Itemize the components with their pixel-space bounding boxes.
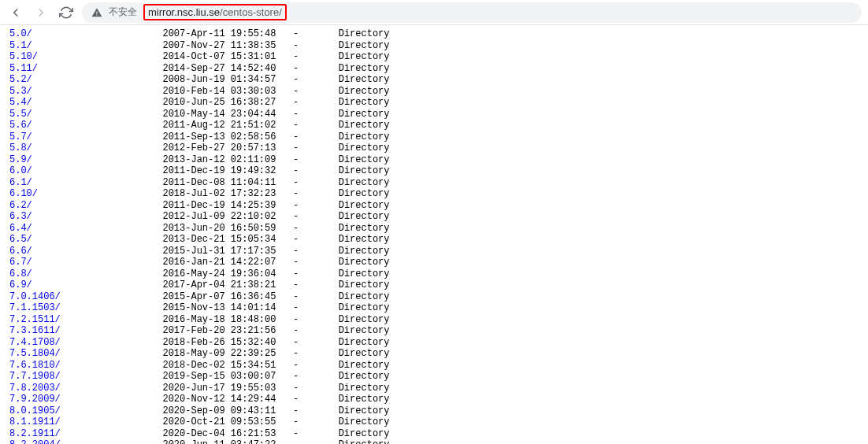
- directory-link[interactable]: 8.0.1905/: [9, 405, 61, 416]
- security-label: 不安全: [109, 6, 137, 19]
- table-row: 7.9.2009/ 2020-Nov-12 14:29:44 - Directo…: [9, 394, 859, 405]
- table-row: 7.5.1804/ 2018-May-09 22:39:25 - Directo…: [9, 348, 859, 360]
- directory-link[interactable]: 6.9/: [9, 279, 32, 290]
- table-row: 6.7/ 2016-Jan-21 14:22:07 - Directory: [9, 257, 859, 268]
- url-path: /centos-store/: [220, 6, 282, 18]
- url-domain: mirror.nsc.liu.se: [148, 6, 220, 18]
- directory-link[interactable]: 5.7/: [9, 131, 32, 142]
- directory-link[interactable]: 6.7/: [9, 257, 32, 268]
- directory-link[interactable]: 5.9/: [9, 154, 32, 165]
- table-row: 8.0.1905/ 2020-Sep-09 09:43:11 - Directo…: [9, 405, 859, 417]
- directory-link[interactable]: 5.5/: [9, 109, 32, 120]
- table-row: 7.6.1810/ 2018-Dec-02 15:34:51 - Directo…: [9, 360, 859, 372]
- directory-link[interactable]: 5.2/: [9, 74, 32, 85]
- table-row: 7.7.1908/ 2019-Sep-15 03:00:07 - Directo…: [9, 371, 859, 383]
- directory-link[interactable]: 5.4/: [9, 97, 32, 108]
- directory-link[interactable]: 6.8/: [9, 268, 32, 279]
- table-row: 5.3/ 2010-Feb-14 03:30:03 - Directory: [9, 86, 859, 98]
- table-row: 6.3/ 2012-Jul-09 22:10:02 - Directory: [9, 211, 859, 223]
- url-bar[interactable]: 不安全 mirror.nsc.liu.se/centos-store/: [82, 2, 862, 23]
- table-row: 6.8/ 2016-May-24 19:36:04 - Directory: [9, 268, 859, 280]
- browser-toolbar: 不安全 mirror.nsc.liu.se/centos-store/: [0, 0, 868, 25]
- table-row: 6.4/ 2013-Jun-20 16:50:59 - Directory: [9, 223, 859, 235]
- directory-link[interactable]: 8.2.1911/: [9, 428, 61, 439]
- directory-link[interactable]: 5.1/: [9, 40, 32, 51]
- directory-link[interactable]: 7.1.1503/: [9, 302, 61, 313]
- table-row: 5.8/ 2012-Feb-27 20:57:13 - Directory: [9, 142, 859, 154]
- table-row: 6.9/ 2017-Apr-04 21:38:21 - Directory: [9, 279, 859, 291]
- forward-button[interactable]: [32, 3, 50, 22]
- directory-link[interactable]: 6.10/: [9, 188, 38, 199]
- directory-link[interactable]: 8.2.2004/: [9, 439, 61, 444]
- directory-link[interactable]: 6.0/: [9, 165, 32, 176]
- back-button[interactable]: [6, 3, 25, 22]
- table-row: 6.1/ 2011-Dec-08 11:04:11 - Directory: [9, 177, 859, 189]
- directory-link[interactable]: 6.4/: [9, 223, 32, 234]
- table-row: 7.2.1511/ 2016-May-18 18:48:00 - Directo…: [9, 314, 859, 326]
- table-row: 7.3.1611/ 2017-Feb-20 23:21:56 - Directo…: [9, 325, 859, 337]
- table-row: 7.4.1708/ 2018-Feb-26 15:32:40 - Directo…: [9, 337, 859, 349]
- table-row: 7.8.2003/ 2020-Jun-17 19:55:03 - Directo…: [9, 383, 859, 394]
- directory-link[interactable]: 5.10/: [9, 51, 38, 62]
- directory-link[interactable]: 7.2.1511/: [9, 314, 61, 325]
- warning-icon: [91, 7, 102, 18]
- directory-link[interactable]: 7.6.1810/: [9, 360, 61, 371]
- table-row: 8.2.1911/ 2020-Dec-04 16:21:53 - Directo…: [9, 428, 859, 440]
- directory-link[interactable]: 6.6/: [9, 246, 32, 257]
- directory-link[interactable]: 5.6/: [9, 120, 32, 131]
- table-row: 5.0/ 2007-Apr-11 19:55:48 - Directory: [9, 28, 859, 40]
- directory-link[interactable]: 8.1.1911/: [9, 416, 61, 427]
- directory-link[interactable]: 5.8/: [9, 142, 32, 154]
- directory-link[interactable]: 7.4.1708/: [9, 337, 61, 348]
- table-row: 6.2/ 2011-Dec-19 14:25:39 - Directory: [9, 200, 859, 212]
- table-row: 6.6/ 2015-Jul-31 17:17:35 - Directory: [9, 246, 859, 257]
- directory-listing: 5.0/ 2007-Apr-11 19:55:48 - Directory5.1…: [0, 25, 868, 444]
- table-row: 5.9/ 2013-Jan-12 02:11:09 - Directory: [9, 154, 859, 166]
- table-row: 5.4/ 2010-Jun-25 16:38:27 - Directory: [9, 97, 859, 109]
- reload-button[interactable]: [57, 3, 76, 22]
- table-row: 6.0/ 2011-Dec-19 19:49:32 - Directory: [9, 165, 859, 177]
- table-row: 5.2/ 2008-Jun-19 01:34:57 - Directory: [9, 74, 859, 86]
- directory-link[interactable]: 7.8.2003/: [9, 383, 61, 394]
- directory-link[interactable]: 6.5/: [9, 234, 32, 245]
- directory-link[interactable]: 7.0.1406/: [9, 291, 61, 302]
- table-row: 5.1/ 2007-Nov-27 11:38:35 - Directory: [9, 40, 859, 52]
- table-row: 5.11/ 2014-Sep-27 14:52:40 - Directory: [9, 63, 859, 75]
- directory-link[interactable]: 7.9.2009/: [9, 394, 61, 405]
- table-row: 8.2.2004/ 2020-Jun-11 03:47:22 - Directo…: [9, 439, 859, 444]
- directory-link[interactable]: 7.5.1804/: [9, 348, 61, 359]
- directory-link[interactable]: 6.2/: [9, 200, 32, 211]
- directory-link[interactable]: 7.3.1611/: [9, 325, 61, 336]
- table-row: 5.10/ 2014-Oct-07 15:31:01 - Directory: [9, 51, 859, 63]
- directory-link[interactable]: 5.3/: [9, 86, 32, 97]
- directory-link[interactable]: 5.0/: [9, 28, 32, 39]
- table-row: 8.1.1911/ 2020-Oct-21 09:53:55 - Directo…: [9, 416, 859, 428]
- directory-link[interactable]: 6.1/: [9, 177, 32, 188]
- directory-link[interactable]: 7.7.1908/: [9, 371, 61, 382]
- table-row: 5.6/ 2011-Aug-12 21:51:02 - Directory: [9, 120, 859, 131]
- table-row: 5.5/ 2010-May-14 23:04:44 - Directory: [9, 109, 859, 120]
- table-row: 6.5/ 2013-Dec-21 15:05:34 - Directory: [9, 234, 859, 246]
- directory-link[interactable]: 5.11/: [9, 63, 38, 74]
- table-row: 6.10/ 2018-Jul-02 17:32:23 - Directory: [9, 188, 859, 200]
- url-highlight: mirror.nsc.liu.se/centos-store/: [143, 4, 287, 20]
- table-row: 5.7/ 2011-Sep-13 02:58:56 - Directory: [9, 131, 859, 143]
- table-row: 7.0.1406/ 2015-Apr-07 16:36:45 - Directo…: [9, 291, 859, 303]
- table-row: 7.1.1503/ 2015-Nov-13 14:01:14 - Directo…: [9, 302, 859, 314]
- directory-link[interactable]: 6.3/: [9, 211, 32, 222]
